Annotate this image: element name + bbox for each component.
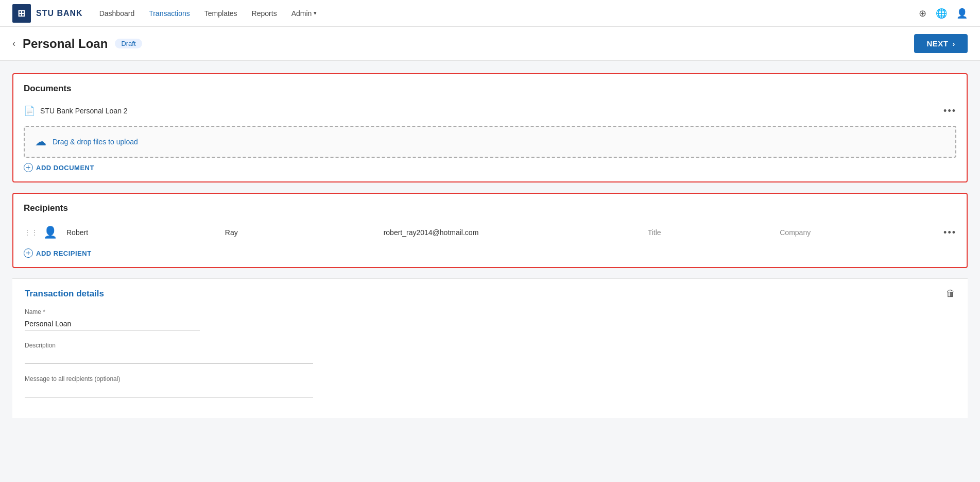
page-header: ‹ Personal Loan Draft NEXT › bbox=[0, 27, 980, 61]
nav-menu: Dashboard Transactions Templates Reports… bbox=[99, 7, 902, 20]
message-label: Message to all recipients (optional) bbox=[25, 375, 313, 383]
upload-zone[interactable]: ☁ Drag & drop files to upload bbox=[24, 126, 956, 158]
document-icon: 📄 bbox=[24, 105, 35, 117]
plus-icon: + bbox=[24, 163, 33, 172]
globe-icon[interactable]: 🌐 bbox=[936, 8, 947, 19]
logo-icon: ⊞ bbox=[12, 4, 31, 23]
nav-admin[interactable]: Admin ▾ bbox=[291, 7, 317, 20]
transaction-header: Transaction details 🗑 bbox=[25, 288, 955, 299]
logo-text: STU BANK bbox=[36, 9, 83, 18]
back-button[interactable]: ‹ bbox=[12, 38, 15, 49]
add-recipient-button[interactable]: + ADD RECIPIENT bbox=[24, 248, 92, 258]
recipient-first-name: Robert bbox=[66, 228, 225, 237]
recipient-last-name: Ray bbox=[225, 228, 384, 237]
documents-title: Documents bbox=[24, 84, 956, 94]
chevron-right-icon: › bbox=[953, 39, 956, 48]
message-field-container: Message to all recipients (optional) bbox=[25, 375, 313, 397]
recipient-title: Title bbox=[648, 228, 780, 237]
recipient-company: Company bbox=[780, 228, 938, 237]
description-label: Description bbox=[25, 342, 313, 349]
drag-handle-icon[interactable]: ⋮⋮ bbox=[24, 228, 38, 237]
add-document-button[interactable]: + ADD DOCUMENT bbox=[24, 163, 94, 172]
nav-transactions[interactable]: Transactions bbox=[149, 7, 190, 20]
name-input[interactable] bbox=[25, 318, 200, 330]
next-button[interactable]: NEXT › bbox=[914, 34, 968, 53]
documents-section: Documents 📄 STU Bank Personal Loan 2 •••… bbox=[12, 73, 968, 182]
recipient-more-button[interactable]: ••• bbox=[943, 227, 956, 238]
recipients-title: Recipients bbox=[24, 203, 956, 213]
recipient-row: ⋮⋮ 👤 Robert Ray robert_ray2014@hotmail.c… bbox=[24, 221, 956, 244]
page-title: Personal Loan bbox=[23, 37, 108, 51]
recipient-avatar-icon: 👤 bbox=[43, 226, 57, 239]
transaction-details-title: Transaction details bbox=[25, 289, 104, 299]
main-content: Documents 📄 STU Bank Personal Loan 2 •••… bbox=[0, 61, 980, 430]
message-input[interactable] bbox=[25, 385, 313, 397]
nav-templates[interactable]: Templates bbox=[204, 7, 237, 20]
navbar: ⊞ STU BANK Dashboard Transactions Templa… bbox=[0, 0, 980, 27]
navbar-right: ⊕ 🌐 👤 bbox=[919, 8, 968, 19]
upload-icon: ☁ bbox=[35, 135, 46, 148]
chevron-down-icon: ▾ bbox=[314, 10, 317, 16]
transaction-details-section: Transaction details 🗑 Name * Description… bbox=[12, 278, 968, 418]
document-item: 📄 STU Bank Personal Loan 2 ••• bbox=[24, 101, 956, 121]
delete-icon[interactable]: 🗑 bbox=[946, 288, 955, 299]
recipient-email: robert_ray2014@hotmail.com bbox=[384, 228, 648, 237]
document-item-left: 📄 STU Bank Personal Loan 2 bbox=[24, 105, 128, 117]
name-label: Name * bbox=[25, 308, 200, 315]
upload-text: Drag & drop files to upload bbox=[53, 138, 138, 146]
draft-badge: Draft bbox=[115, 39, 142, 48]
nav-dashboard[interactable]: Dashboard bbox=[99, 7, 135, 20]
recipients-section: Recipients ⋮⋮ 👤 Robert Ray robert_ray201… bbox=[12, 193, 968, 268]
user-icon[interactable]: 👤 bbox=[956, 8, 968, 19]
document-name: STU Bank Personal Loan 2 bbox=[40, 107, 128, 115]
logo: ⊞ STU BANK bbox=[12, 4, 83, 23]
document-more-button[interactable]: ••• bbox=[943, 106, 956, 117]
description-input[interactable] bbox=[25, 351, 313, 364]
nav-reports[interactable]: Reports bbox=[252, 7, 277, 20]
plus-circle-icon: + bbox=[24, 248, 33, 258]
name-field-container: Name * bbox=[25, 308, 200, 330]
page-header-left: ‹ Personal Loan Draft bbox=[12, 37, 142, 51]
description-field-container: Description bbox=[25, 342, 313, 364]
network-icon[interactable]: ⊕ bbox=[919, 8, 926, 19]
